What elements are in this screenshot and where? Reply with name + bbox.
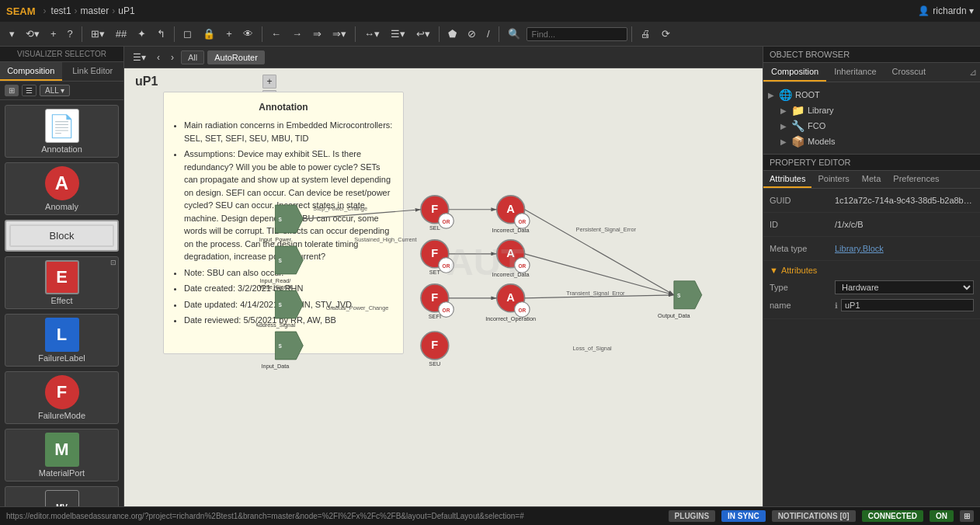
element-anomaly[interactable]: A Anomaly: [5, 162, 119, 215]
align-button[interactable]: ↔▾: [360, 26, 384, 42]
all-filter-btn[interactable]: ALL ▾: [40, 85, 70, 96]
element-failuremode[interactable]: F FailureMode: [5, 371, 119, 424]
nav-forward[interactable]: ⇒: [308, 26, 326, 42]
element-effect[interactable]: ⊡ E Effect: [5, 256, 119, 309]
element-materialport[interactable]: M MaterialPort: [5, 429, 119, 482]
annotation-bullet-5: Date reviewed: 5/5/2021 by RR, AW, BB: [184, 314, 394, 327]
metatype-value[interactable]: Library.Block: [835, 244, 974, 253]
breadcrumb-sep1: ›: [43, 5, 47, 16]
list-view-btn[interactable]: ☰: [22, 85, 36, 96]
lock-button[interactable]: 🔒: [198, 26, 220, 42]
name-info-icon[interactable]: ℹ: [835, 301, 838, 310]
flow-button[interactable]: ↩▾: [412, 26, 435, 42]
visualizer-selector-label: VISUALIZER SELECTOR: [0, 47, 123, 62]
tab-all[interactable]: All: [181, 50, 204, 64]
nav-right[interactable]: →: [287, 26, 307, 42]
insync-pill[interactable]: IN SYNC: [721, 510, 766, 522]
notifications-pill[interactable]: NOTIFICATIONS [0]: [772, 510, 856, 522]
tree-models[interactable]: ▶ 📦 Models: [780, 134, 975, 149]
cross-button[interactable]: ⊘: [463, 26, 481, 42]
connected-pill[interactable]: CONNECTED: [862, 510, 923, 522]
node-seu[interactable]: F SEU: [421, 332, 449, 367]
grid-view-btn[interactable]: ⊞: [5, 85, 19, 96]
list-button[interactable]: ☰▾: [386, 26, 410, 42]
transient-signal-error-label: Transient_Signal_Error: [566, 290, 625, 297]
add-button[interactable]: +: [46, 26, 61, 42]
grid-button[interactable]: ⊞▾: [86, 26, 109, 42]
element-modevariable[interactable]: MV ModeVariable: [5, 486, 119, 506]
shape-button[interactable]: ⬟: [443, 26, 461, 42]
eye-button[interactable]: 👁: [238, 26, 258, 42]
node-set[interactable]: F OR SET: [421, 240, 454, 276]
settings-icon[interactable]: ⊞: [960, 510, 974, 522]
object-browser-tabs: Composition Inheritance Crosscut ⊿: [763, 63, 980, 82]
route-button[interactable]: ↰: [152, 26, 170, 42]
element-list: 📄 Annotation A Anomaly Block ⊡ E Effect …: [0, 100, 123, 506]
search-icon-btn[interactable]: 🔍: [503, 26, 525, 42]
id-row: ID /1/x/c/B: [770, 217, 974, 231]
hash-button[interactable]: ##: [111, 26, 131, 42]
node-output-data[interactable]: S Output_Data: [658, 281, 702, 319]
annotation-bullet-1: Assumptions: Device may exhibit SEL. Is …: [184, 148, 394, 263]
tree-fco[interactable]: ▶ 🔧 FCO: [780, 118, 975, 134]
prop-tab-meta[interactable]: Meta: [856, 171, 887, 188]
breadcrumb-master[interactable]: master: [81, 5, 109, 16]
redo-button[interactable]: ⟲▾: [21, 26, 44, 42]
name-input[interactable]: [841, 299, 974, 311]
on-pill[interactable]: ON: [930, 510, 954, 522]
sep5: [439, 26, 440, 42]
models-icon: 📦: [791, 135, 805, 148]
tab-link-editor[interactable]: Link Editor: [62, 62, 124, 81]
element-failurelabel[interactable]: L FailureLabel: [5, 314, 119, 367]
select-button[interactable]: ◻: [179, 26, 196, 42]
nav-next[interactable]: ›: [167, 50, 178, 64]
obj-tab-crosscut[interactable]: Crosscut: [884, 63, 933, 82]
slash-button[interactable]: /: [482, 26, 495, 42]
annotation-gear-icon[interactable]: ⚙: [173, 333, 394, 346]
element-block[interactable]: Block: [5, 220, 119, 252]
user-menu[interactable]: 👤 richardn ▾: [918, 5, 974, 16]
breadcrumb-test1[interactable]: test1: [51, 5, 71, 16]
prop-tab-pointers[interactable]: Pointers: [811, 171, 855, 188]
node-incorrect-data-2[interactable]: A OR Incorrect_Data: [492, 240, 530, 278]
zoom-in-button[interactable]: +: [262, 75, 276, 89]
block-icon: Block: [9, 224, 114, 247]
node-incorrect-operation[interactable]: A OR Incorrect_Operation: [485, 284, 536, 322]
prop-tab-attributes[interactable]: Attributes: [763, 171, 811, 188]
prop-tab-preferences[interactable]: Preferences: [887, 171, 945, 188]
persistent-signal-error-label: Persistent_Signal_Error: [576, 226, 637, 233]
tree-filter-button[interactable]: ⊿: [969, 63, 977, 82]
help-button[interactable]: ?: [63, 26, 78, 42]
nav-left[interactable]: ←: [266, 26, 286, 42]
type-select[interactable]: Hardware Software Firmware: [835, 280, 974, 294]
annotation-bullet-3: Date created: 3/2/2021 by RHN: [184, 282, 394, 295]
search-input[interactable]: [526, 27, 627, 41]
tab-autorouter[interactable]: AutoRouter: [207, 50, 265, 64]
svg-point-27: [497, 240, 525, 268]
plugins-pill[interactable]: PLUGINS: [669, 510, 715, 522]
nav-prev[interactable]: ‹: [153, 50, 164, 64]
undo-button[interactable]: ▾: [5, 26, 19, 42]
svg-text:OR: OR: [443, 308, 450, 313]
obj-tab-composition[interactable]: Composition: [763, 63, 826, 82]
property-editor: PROPERTY EDITOR Attributes Pointers Meta…: [763, 155, 980, 506]
breadcrumb-up1[interactable]: uP1: [118, 5, 134, 16]
node-incorrect-data-1[interactable]: A OR Incorrect_Data: [492, 196, 530, 234]
refresh-button[interactable]: ⟳: [657, 26, 675, 42]
print-button[interactable]: 🖨: [636, 26, 655, 42]
tree-library[interactable]: ▶ 📁 Library: [780, 103, 975, 118]
node-sefi[interactable]: F OR SEFI: [421, 284, 454, 320]
tab-composition[interactable]: Composition: [0, 62, 62, 81]
attributes-section-title[interactable]: ▼ Attributes: [770, 266, 974, 275]
list-view-center[interactable]: ☰▾: [129, 50, 150, 64]
obj-tab-inheritance[interactable]: Inheritance: [826, 63, 884, 82]
svg-text:Output_Data: Output_Data: [658, 312, 690, 319]
nav-dropdown[interactable]: ⇒▾: [328, 26, 351, 42]
node-sel[interactable]: F OR SEL: [421, 196, 454, 231]
add2-button[interactable]: +: [221, 26, 237, 42]
effect-expand-icon: ⊡: [110, 259, 116, 266]
element-annotation[interactable]: 📄 Annotation: [5, 105, 119, 158]
center-toolbar: ☰▾ ‹ › All AutoRouter: [124, 47, 763, 68]
user-icon: 👤: [918, 5, 930, 16]
cursor-button[interactable]: ✦: [133, 26, 151, 42]
